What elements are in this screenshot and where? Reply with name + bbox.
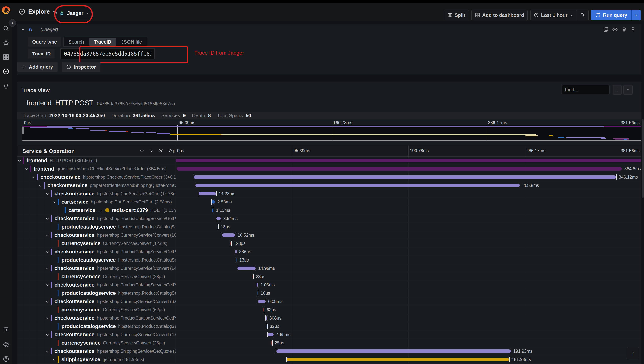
- sign-in-icon[interactable]: [3, 327, 9, 333]
- span-track[interactable]: 3.54ms: [176, 214, 641, 222]
- span-row[interactable]: checkoutservice → hipstershop.CurrencySe…: [17, 264, 641, 272]
- query-type-tab-search[interactable]: Search: [64, 37, 89, 46]
- span-row[interactable]: checkoutservice → prepareOrderItemsAndSh…: [17, 181, 641, 190]
- span-name-cell[interactable]: productcatalogservice → hipstershop.Prod…: [17, 223, 176, 231]
- span-row[interactable]: checkoutservice → hipstershop.ProductCat…: [17, 314, 641, 322]
- span-name-cell[interactable]: frontend → HTTP POST (381.56ms): [17, 156, 176, 164]
- run-query-button[interactable]: Run query: [591, 10, 631, 20]
- inspector-button[interactable]: Inspector: [62, 62, 101, 72]
- span-track[interactable]: 32μs: [176, 322, 641, 330]
- span-track[interactable]: 346.12ms: [176, 173, 641, 181]
- span-track[interactable]: 1.13ms: [176, 206, 641, 214]
- span-name-cell[interactable]: cartservice → hipstershop.CartService/Ge…: [17, 198, 176, 206]
- chevron-down-icon[interactable]: [46, 350, 49, 353]
- span-row[interactable]: checkoutservice → hipstershop.CurrencySe…: [17, 297, 641, 306]
- span-name-cell[interactable]: frontend → grpc.hipstershop.CheckoutServ…: [17, 165, 176, 173]
- span-row[interactable]: checkoutservice → hipstershop.ProductCat…: [17, 248, 641, 256]
- span-name-cell[interactable]: currencyservice → CurrencyService/Conver…: [17, 306, 176, 314]
- span-bar[interactable]: [257, 283, 258, 286]
- span-name-cell[interactable]: currencyservice → CurrencyService/Conver…: [17, 272, 176, 280]
- column-resizer-grip[interactable]: ‖: [173, 149, 175, 154]
- drag-handle-icon[interactable]: [630, 26, 636, 32]
- span-track[interactable]: 364.6ms: [176, 165, 641, 173]
- span-name-cell[interactable]: checkoutservice → hipstershop.CurrencySe…: [17, 330, 176, 338]
- span-name-cell[interactable]: checkoutservice → hipstershop.CurrencySe…: [17, 231, 176, 239]
- span-bar[interactable]: [212, 208, 213, 212]
- span-track[interactable]: 14.96ms: [176, 264, 641, 272]
- span-row[interactable]: frontend → grpc.hipstershop.CheckoutServ…: [17, 165, 641, 173]
- span-bar[interactable]: [216, 217, 221, 220]
- span-bar[interactable]: [236, 258, 237, 262]
- disable-query-eye-icon[interactable]: [612, 26, 618, 32]
- collapse-one-icon[interactable]: [139, 148, 145, 153]
- span-name-cell[interactable]: productcatalogservice → hipstershop.Prod…: [17, 322, 176, 330]
- sidebar-expand-button[interactable]: ›: [9, 19, 16, 27]
- span-bar[interactable]: [212, 200, 215, 204]
- span-row[interactable]: currencyservice → CurrencyService/Conver…: [17, 239, 641, 248]
- span-bar[interactable]: [267, 324, 267, 328]
- span-row[interactable]: productcatalogservice → hipstershop.Prod…: [17, 322, 641, 330]
- span-bar[interactable]: [237, 266, 256, 270]
- page-scrollbar[interactable]: [641, 21, 644, 364]
- star-icon[interactable]: [3, 40, 9, 46]
- span-track[interactable]: 4.65ms: [176, 330, 641, 338]
- span-name-cell[interactable]: productcatalogservice → hipstershop.Prod…: [17, 289, 176, 297]
- split-button[interactable]: Split: [444, 10, 469, 20]
- datasource-picker[interactable]: Jaeger: [57, 7, 92, 19]
- span-track[interactable]: 16μs: [176, 289, 641, 297]
- span-row[interactable]: frontend → HTTP POST (381.56ms): [17, 156, 641, 165]
- find-prev-button[interactable]: ↑: [623, 85, 632, 94]
- span-name-cell[interactable]: checkoutservice → hipstershop.ProductCat…: [17, 214, 176, 222]
- span-track[interactable]: 13μs: [176, 223, 641, 231]
- run-query-interval-dropdown[interactable]: [631, 10, 640, 20]
- span-row[interactable]: currencyservice → CurrencyService/Conver…: [17, 272, 641, 281]
- span-row[interactable]: currencyservice → CurrencyService/Conver…: [17, 306, 641, 314]
- chevron-down-icon[interactable]: [46, 250, 49, 254]
- add-to-dashboard-button[interactable]: Add to dashboard: [471, 10, 528, 20]
- find-input[interactable]: [562, 85, 609, 94]
- span-track[interactable]: [176, 156, 641, 164]
- span-bar[interactable]: [276, 350, 510, 353]
- chevron-down-icon[interactable]: [25, 167, 28, 171]
- span-name-cell[interactable]: currencyservice → CurrencyService/Conver…: [17, 239, 176, 248]
- span-track[interactable]: 13μs: [176, 256, 641, 264]
- span-bar[interactable]: [236, 250, 237, 254]
- explore-compass-icon[interactable]: [3, 68, 9, 74]
- span-track[interactable]: 28μs: [176, 272, 641, 280]
- chevron-down-icon[interactable]: [18, 159, 21, 162]
- span-bar[interactable]: [287, 358, 509, 361]
- expand-one-icon[interactable]: [149, 148, 154, 153]
- span-track[interactable]: 62μs: [176, 306, 641, 314]
- help-icon[interactable]: [3, 356, 9, 362]
- chevron-down-icon[interactable]: [32, 176, 35, 179]
- time-range-picker[interactable]: Last 1 hour: [530, 10, 576, 20]
- span-track[interactable]: 14.28ms: [176, 190, 641, 198]
- span-name-cell[interactable]: checkoutservice → prepareOrderItemsAndSh…: [17, 181, 176, 189]
- span-track[interactable]: 2.58ms: [176, 198, 641, 206]
- span-track[interactable]: 265.8ms: [176, 181, 641, 189]
- delete-query-trash-icon[interactable]: [621, 26, 627, 32]
- span-name-cell[interactable]: checkoutservice → hipstershop.CartServic…: [17, 190, 176, 198]
- trace-minimap[interactable]: [23, 125, 641, 140]
- query-row-header[interactable]: A (Jaeger): [17, 24, 641, 34]
- span-bar[interactable]: [271, 341, 272, 344]
- span-bar[interactable]: [268, 333, 274, 336]
- span-row[interactable]: checkoutservice → hipstershop.CurrencySe…: [17, 330, 641, 339]
- span-name-cell[interactable]: currencyservice → CurrencyService/Conver…: [17, 339, 176, 347]
- span-track[interactable]: 6.08ms: [176, 297, 641, 306]
- span-track[interactable]: 191.93ms: [176, 347, 641, 355]
- span-name-cell[interactable]: checkoutservice → hipstershop.CheckoutSe…: [17, 173, 176, 181]
- query-type-tab-json-file[interactable]: JSON file: [116, 37, 147, 46]
- find-next-button[interactable]: ↓: [612, 85, 621, 94]
- duplicate-query-icon[interactable]: [603, 26, 609, 32]
- chevron-down-icon[interactable]: [53, 200, 56, 204]
- collapse-all-icon[interactable]: [158, 148, 164, 153]
- span-row[interactable]: checkoutservice → hipstershop.CheckoutSe…: [17, 173, 641, 181]
- query-type-tab-traceid[interactable]: TraceID: [89, 38, 116, 46]
- span-row[interactable]: productcatalogservice → hipstershop.Prod…: [17, 256, 641, 264]
- expand-all-icon[interactable]: [168, 148, 173, 153]
- span-name-cell[interactable]: cartservice → redis-cart:6379 HGET (1.13…: [17, 206, 176, 214]
- span-bar[interactable]: [199, 192, 216, 196]
- span-bar[interactable]: [222, 234, 235, 237]
- chevron-down-icon[interactable]: [46, 217, 49, 220]
